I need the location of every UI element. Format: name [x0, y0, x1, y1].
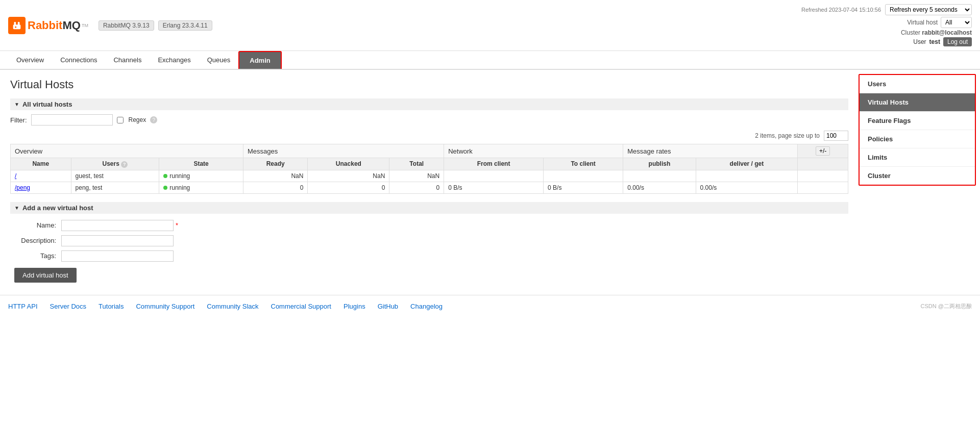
footer: HTTP API Server Docs Tutorials Community…: [0, 295, 980, 317]
col-plus-minus-header[interactable]: +/-: [798, 144, 848, 158]
svg-rect-0: [13, 24, 21, 29]
status-dot: [163, 174, 167, 178]
unacked-root: NaN: [308, 170, 389, 182]
sidebar-item-limits[interactable]: Limits: [860, 148, 975, 167]
sidebar-item-feature-flags[interactable]: Feature Flags: [860, 112, 975, 130]
add-section-arrow: ▼: [14, 205, 19, 211]
rabbit-icon: [11, 20, 22, 31]
nav-bar: Overview Connections Channels Exchanges …: [0, 51, 980, 70]
rabbitmq-version-tag: RabbitMQ 3.9.13: [99, 20, 154, 31]
add-vhost-section-header[interactable]: ▼ Add a new virtual host: [10, 202, 848, 214]
logo-tm: TM: [82, 23, 88, 28]
footer-link-server-docs[interactable]: Server Docs: [50, 303, 87, 310]
page-size-input[interactable]: [824, 131, 848, 141]
nav-connections[interactable]: Connections: [52, 51, 105, 69]
form-tags-row: Tags:: [10, 250, 848, 262]
col-total: Total: [389, 158, 444, 170]
refresh-select[interactable]: No refresh Refresh every 5 seconds Refre…: [885, 4, 972, 15]
name-field[interactable]: [61, 220, 174, 231]
users-help-icon[interactable]: ?: [121, 161, 128, 168]
vhosts-table: Overview Messages Network Message rates …: [10, 144, 848, 194]
publish-peng: 0.00/s: [623, 182, 696, 193]
name-field-label: Name:: [10, 221, 61, 229]
table-row: /peng peng, test running 0 0 0 0 B/s 0: [11, 182, 848, 193]
logo-icon: [8, 17, 26, 34]
add-virtual-host-button[interactable]: Add virtual host: [14, 268, 77, 283]
status-badge-root: running: [163, 172, 190, 180]
plus-minus-btn[interactable]: +/-: [816, 146, 830, 156]
footer-link-community-support[interactable]: Community Support: [136, 303, 194, 310]
page-title: Virtual Hosts: [10, 78, 848, 91]
refreshed-timestamp: Refreshed 2023-07-04 15:10:56: [801, 7, 881, 13]
filter-input[interactable]: [31, 114, 113, 125]
svg-rect-2: [18, 21, 20, 25]
virtual-host-select[interactable]: All / /peng: [941, 17, 972, 28]
footer-link-changelog[interactable]: Changelog: [410, 303, 443, 310]
col-group-message-rates: Message rates: [623, 144, 798, 158]
sidebar-item-cluster[interactable]: Cluster: [860, 167, 975, 185]
nav-queues[interactable]: Queues: [199, 51, 239, 69]
col-group-network: Network: [444, 144, 623, 158]
publish-root: [623, 170, 696, 182]
vhost-link-peng[interactable]: /peng: [15, 184, 30, 191]
col-deliver-get: deliver / get: [696, 158, 798, 170]
filter-row: Filter: Regex ?: [10, 114, 848, 125]
from-client-peng: 0 B/s: [444, 182, 544, 193]
nav-channels[interactable]: Channels: [105, 51, 150, 69]
add-vhost-section: ▼ Add a new virtual host Name: * Descrip…: [10, 202, 848, 283]
col-publish: publish: [623, 158, 696, 170]
sidebar-item-policies[interactable]: Policies: [860, 130, 975, 148]
section-arrow: ▼: [14, 102, 19, 107]
footer-link-http-api[interactable]: HTTP API: [8, 303, 38, 310]
form-name-row: Name: *: [10, 220, 848, 231]
all-vhosts-section-header[interactable]: ▼ All virtual hosts: [10, 98, 848, 110]
nav-exchanges[interactable]: Exchanges: [150, 51, 199, 69]
sidebar-item-virtual-hosts[interactable]: Virtual Hosts: [860, 93, 975, 112]
total-root: NaN: [389, 170, 444, 182]
to-client-peng: 0 B/s: [544, 182, 623, 193]
row-users-root: guest, test: [71, 170, 159, 182]
tags-field[interactable]: [61, 250, 174, 262]
regex-checkbox[interactable]: [117, 117, 124, 123]
items-info-text: 2 items, page size up to: [755, 132, 820, 139]
logo-text: RabbitMQ: [28, 19, 81, 32]
description-field[interactable]: [61, 235, 174, 246]
user-info: User test Log out: [913, 37, 972, 46]
version-tags: RabbitMQ 3.9.13 Erlang 23.3.4.11: [99, 20, 212, 31]
footer-link-community-slack[interactable]: Community Slack: [207, 303, 258, 310]
sidebar-item-users[interactable]: Users: [860, 75, 975, 93]
description-field-label: Description:: [10, 237, 61, 244]
items-info-row: 2 items, page size up to: [10, 131, 848, 141]
deliver-root: [696, 170, 798, 182]
col-to-client: To client: [544, 158, 623, 170]
svg-rect-3: [15, 26, 16, 28]
col-group-overview: Overview: [11, 144, 243, 158]
help-icon[interactable]: ?: [150, 116, 157, 123]
unacked-peng: 0: [308, 182, 389, 193]
from-client-root: [444, 170, 544, 182]
status-dot-peng: [163, 186, 167, 190]
footer-link-plugins[interactable]: Plugins: [344, 303, 365, 310]
col-state: State: [159, 158, 243, 170]
footer-link-commercial-support[interactable]: Commercial Support: [271, 303, 332, 310]
footer-link-github[interactable]: GitHub: [378, 303, 398, 310]
nav-overview[interactable]: Overview: [8, 51, 52, 69]
admin-sidebar: Users Virtual Hosts Feature Flags Polici…: [859, 74, 976, 186]
total-peng: 0: [389, 182, 444, 193]
vhost-link-root[interactable]: /: [15, 172, 16, 180]
regex-label: Regex: [129, 116, 146, 123]
erlang-version-tag: Erlang 23.3.4.11: [158, 20, 212, 31]
logout-button[interactable]: Log out: [943, 37, 972, 46]
form-description-row: Description:: [10, 235, 848, 246]
status-badge-peng: running: [163, 184, 190, 191]
col-users: Users ?: [71, 158, 159, 170]
virtual-host-label: Virtual host: [907, 19, 938, 26]
table-row: / guest, test running NaN NaN NaN: [11, 170, 848, 182]
header-info: Refreshed 2023-07-04 15:10:56 No refresh…: [801, 4, 972, 46]
footer-link-tutorials[interactable]: Tutorials: [99, 303, 124, 310]
nav-admin[interactable]: Admin: [238, 51, 281, 69]
tags-field-label: Tags:: [10, 252, 61, 260]
col-ready: Ready: [243, 158, 308, 170]
main-content: Virtual Hosts ▼ All virtual hosts Filter…: [0, 70, 859, 291]
filter-label: Filter:: [10, 116, 27, 124]
